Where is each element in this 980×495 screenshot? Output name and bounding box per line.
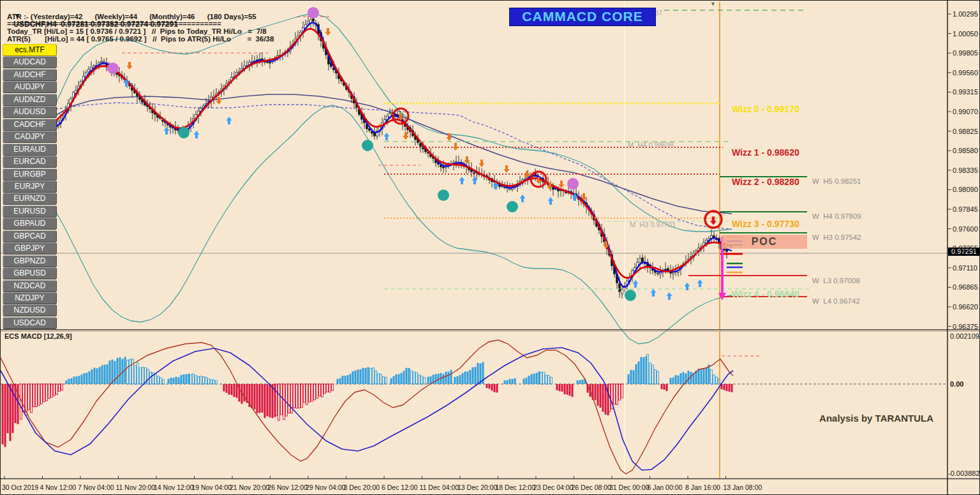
date-axis-tick: 26 Nov 12:00 bbox=[268, 484, 308, 491]
sidebar-item-gbpcad[interactable]: GBPCAD bbox=[3, 230, 57, 242]
sidebar-item-audusd[interactable]: AUDUSD bbox=[3, 106, 57, 118]
today-tr-line: Today_TR [Hi/Lo] = 15 [ 0.9736 / 0.9721 … bbox=[7, 27, 267, 35]
sidebar-item-eurnzd[interactable]: EURNZD bbox=[3, 193, 57, 205]
date-axis-tick: 29 Nov 04:00 bbox=[306, 484, 345, 491]
date-axis-tick: 30 Oct 2019 bbox=[2, 484, 38, 491]
date-axis-tick: 18 Dec 12:00 bbox=[496, 484, 535, 491]
weekly-h4-label: W H4 0.97809 bbox=[812, 212, 861, 220]
sidebar-item-audnzd[interactable]: AUDNZD bbox=[3, 94, 57, 106]
wizz3-label: Wizz 3 - 0.97730 bbox=[732, 219, 799, 229]
price-axis-tick: 0.99070 bbox=[953, 108, 978, 115]
date-axis-tick: 4 Nov 12:00 bbox=[40, 484, 77, 491]
price-axis-tick: 0.97600 bbox=[953, 225, 978, 233]
sidebar-item-cadjpy[interactable]: CADJPY bbox=[3, 131, 57, 143]
sidebar-item-eurgbp[interactable]: EURGBP bbox=[3, 168, 57, 181]
price-axis-tick: 1.00295 bbox=[953, 10, 978, 18]
date-axis-tick: 26 Dec 08:00 bbox=[572, 484, 611, 491]
wizz0-label: Wizz 0 - 0.99170 bbox=[732, 104, 799, 114]
date-axis-tick: 13 Jan 08:00 bbox=[724, 484, 762, 491]
poc-zone: POC bbox=[722, 235, 807, 249]
sidebar-item-eurusd[interactable]: EURUSD bbox=[3, 205, 57, 218]
date-axis-tick: 7 Nov 04:00 bbox=[78, 484, 114, 491]
price-axis-tick: 0.97110 bbox=[953, 264, 977, 272]
macd-axis-bottom: -0.003882 bbox=[948, 469, 980, 477]
price-axis-tick: 0.97845 bbox=[953, 205, 978, 213]
trading-chart-window: ▼ USDCHF,H4 0.97281 0.97352 0.97274 0.97… bbox=[0, 0, 980, 495]
sidebar-item-nzdusd[interactable]: NZDUSD bbox=[3, 304, 57, 316]
sidebar-item-audcad[interactable]: AUDCAD bbox=[3, 56, 57, 68]
sidebar-item-audchf[interactable]: AUDCHF bbox=[3, 69, 57, 81]
sidebar-item-eurcad[interactable]: EURCAD bbox=[3, 156, 57, 168]
sidebar-item-cadchf[interactable]: CADCHF bbox=[3, 119, 57, 131]
price-axis-tick: 0.98090 bbox=[953, 186, 978, 193]
sidebar-item-audjpy[interactable]: AUDJPY bbox=[3, 81, 57, 93]
analysis-credit: Analysis by TARANTULA bbox=[766, 413, 933, 424]
price-axis-tick: 0.98335 bbox=[953, 166, 978, 174]
sidebar-item-euraud[interactable]: EURAUD bbox=[3, 144, 57, 156]
weekly-l4-label: W L4 0.96742 bbox=[812, 297, 860, 305]
separator-line: ========================================… bbox=[7, 20, 221, 27]
weekly-l3-label: W L3 0.97008 bbox=[812, 277, 860, 284]
price-axis-tick: 0.99805 bbox=[953, 49, 978, 57]
price-axis-tick: 0.97355 bbox=[953, 244, 978, 252]
date-axis-tick: 21 Nov 20:00 bbox=[230, 484, 269, 491]
weekly-h5-label: W H5 0.98251 bbox=[812, 177, 861, 185]
date-axis-tick: 23 Dec 04:00 bbox=[533, 484, 573, 491]
price-axis-tick: 0.96865 bbox=[953, 283, 978, 291]
date-axis-tick: 3 Dec 20:00 bbox=[344, 484, 380, 491]
wizz4-label: Wizz 4 - 0.96840 bbox=[732, 289, 799, 299]
date-axis-tick: 8 Jan 16:00 bbox=[685, 484, 720, 491]
sidebar-item-nzdjpy[interactable]: NZDJPY bbox=[3, 292, 57, 304]
macd-axis-zero: 0.00 bbox=[950, 380, 963, 388]
monthly-h4-label: M H4 0.98698 bbox=[628, 141, 674, 149]
date-axis-tick: 13 Dec 20:00 bbox=[457, 484, 497, 491]
date-axis-tick: 6 Dec 12:00 bbox=[382, 484, 418, 491]
wizz2-label: Wizz 2 - 0.98280 bbox=[732, 177, 799, 187]
sidebar-item-gbpjpy[interactable]: GBPJPY bbox=[3, 242, 57, 255]
atr5-line: ATR(5) [Hi/Lo] = 44 [ 0.9765 / 0.9692 ] … bbox=[7, 35, 274, 43]
macd-axis-top: 0.0021096 bbox=[950, 332, 980, 340]
price-axis-tick: 1.00050 bbox=[953, 30, 978, 38]
price-axis-tick: 0.96375 bbox=[953, 323, 978, 330]
sidebar-item-gbpusd[interactable]: GBPUSD bbox=[3, 267, 57, 279]
date-axis-tick: 11 Nov 20:00 bbox=[116, 484, 156, 491]
price-axis-tick: 0.98580 bbox=[953, 147, 978, 154]
sidebar-item-gbpnzd[interactable]: GBPNZD bbox=[3, 255, 57, 267]
sidebar-item-eurjpy[interactable]: EURJPY bbox=[3, 181, 57, 193]
date-axis-tick: 6 Jan 00:00 bbox=[648, 484, 683, 491]
macd-title: ECS MACD [12,26,9] bbox=[4, 332, 72, 340]
price-axis-tick: 0.96620 bbox=[953, 303, 978, 311]
price-axis-tick: 0.98825 bbox=[953, 128, 978, 135]
sidebar-item-gbpaud[interactable]: GBPAUD bbox=[3, 218, 57, 230]
price-axis-tick: 0.99560 bbox=[953, 69, 978, 77]
weekly-h3-label: W H3 0.97542 bbox=[812, 233, 861, 241]
date-axis-tick: 11 Dec 04:00 bbox=[420, 484, 459, 491]
date-axis-tick: 31 Dec 00:00 bbox=[609, 484, 649, 491]
sidebar-item-nzdcad[interactable]: NZDCAD bbox=[3, 280, 57, 292]
wizz1-label: Wizz 1 - 0.98620 bbox=[732, 147, 799, 158]
monthly-h3-label: M H3 0.97701 bbox=[630, 221, 676, 228]
price-axis-tick: 0.99315 bbox=[953, 88, 978, 96]
sidebar-item-usdcad[interactable]: USDCAD bbox=[3, 317, 57, 329]
date-axis-tick: 14 Nov 12:00 bbox=[154, 484, 193, 491]
cammacd-banner: CAMMACD CORE bbox=[509, 8, 656, 26]
date-axis-tick: 19 Nov 04:00 bbox=[192, 484, 232, 491]
sidebar-item-ecs-mtf[interactable]: ecs.MTF bbox=[3, 44, 57, 56]
marker-triangle-icon: ▼ bbox=[710, 1, 716, 7]
